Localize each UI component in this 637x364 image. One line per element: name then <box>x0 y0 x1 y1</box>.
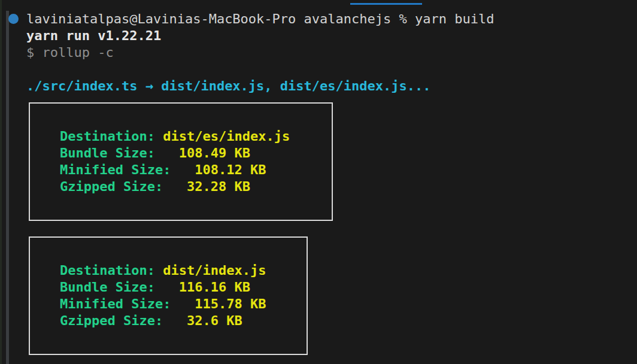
bundle-row-minified-size: Minified Size: 115.78 KB <box>60 296 266 313</box>
field-label: Gzipped Size: <box>60 179 163 194</box>
bundle-row-destination: Destination: dist/index.js <box>60 262 266 279</box>
field-separator <box>155 280 179 295</box>
bundle-row-minified-size: Minified Size: 108.12 KB <box>60 162 266 178</box>
field-label: Minified Size: <box>60 162 171 177</box>
command-decoration-icon[interactable] <box>8 14 19 24</box>
field-separator <box>171 296 195 311</box>
field-value: 108.12 KB <box>195 162 266 177</box>
panel-left-edge <box>0 0 2 364</box>
field-label: Bundle Size: <box>60 145 155 160</box>
field-value: 32.6 KB <box>187 313 242 328</box>
bundle-row-gzipped-size: Gzipped Size: 32.28 KB <box>60 178 250 195</box>
field-value: dist/index.js <box>163 263 266 278</box>
terminal-gutter-bar <box>6 11 9 364</box>
field-value: 115.78 KB <box>195 296 266 311</box>
bundle-row-destination: Destination: dist/es/index.js <box>60 128 290 145</box>
field-separator <box>155 263 163 278</box>
field-label: Destination: <box>60 129 155 144</box>
field-separator <box>163 313 187 328</box>
field-value: 116.16 KB <box>179 280 250 295</box>
rollup-build-targets-line: ./src/index.ts → dist/index.js, dist/es/… <box>26 78 431 95</box>
bundle-report-box-cjs: Destination: dist/index.js Bundle Size: … <box>29 236 308 355</box>
bundle-row-gzipped-size: Gzipped Size: 32.6 KB <box>60 313 242 329</box>
field-label: Gzipped Size: <box>60 313 163 328</box>
bundle-row-bundle-size: Bundle Size: 108.49 KB <box>60 145 250 162</box>
field-separator <box>163 179 187 194</box>
field-separator <box>155 129 163 144</box>
field-separator <box>155 145 179 160</box>
field-label: Bundle Size: <box>60 280 155 295</box>
field-label: Destination: <box>60 263 155 278</box>
field-value: dist/es/index.js <box>163 129 290 144</box>
terminal-panel[interactable]: laviniatalpas@Lavinias-MacBook-Pro avala… <box>0 0 637 364</box>
rollup-command-line: $ rollup -c <box>26 44 114 61</box>
shell-prompt-line: laviniatalpas@Lavinias-MacBook-Pro avala… <box>26 11 494 28</box>
active-tab-indicator[interactable] <box>350 3 422 5</box>
field-value: 32.28 KB <box>187 179 250 194</box>
yarn-version-line: yarn run v1.22.21 <box>26 28 161 44</box>
field-separator <box>171 162 195 177</box>
field-label: Minified Size: <box>60 296 171 311</box>
bundle-row-bundle-size: Bundle Size: 116.16 KB <box>60 279 250 296</box>
bundle-report-box-es: Destination: dist/es/index.js Bundle Siz… <box>29 102 333 221</box>
field-value: 108.49 KB <box>179 145 250 160</box>
